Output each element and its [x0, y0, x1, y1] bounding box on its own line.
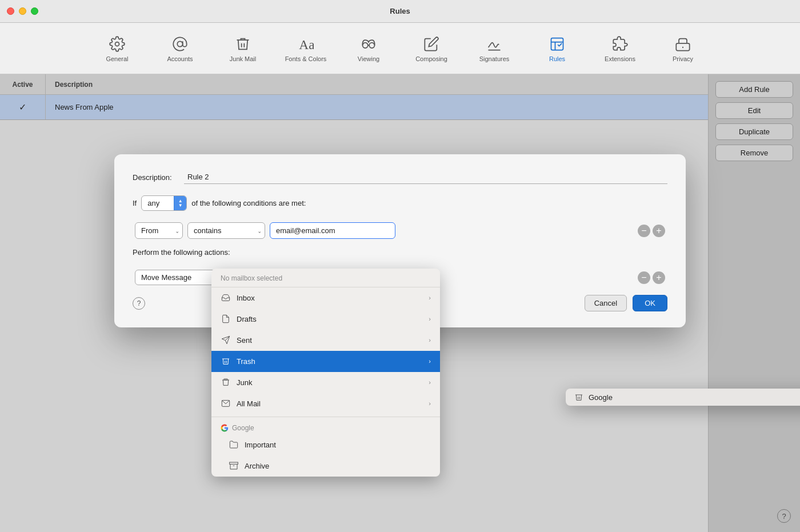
glasses-icon: [359, 35, 378, 53]
dropdown-item-sent[interactable]: Sent ›: [211, 330, 440, 351]
description-label: Description:: [133, 173, 184, 182]
condition-operator-select[interactable]: contains does not contain is equal to: [187, 222, 265, 239]
dropdown-item-drafts[interactable]: Drafts ›: [211, 309, 440, 330]
important-icon: [229, 439, 239, 450]
dropdown-item-important[interactable]: Important: [211, 434, 440, 455]
toolbar-item-accounts[interactable]: Accounts: [149, 26, 211, 71]
sent-label: Sent: [237, 336, 423, 345]
dropdown-item-inbox[interactable]: Inbox ›: [211, 287, 440, 309]
condition-field-select[interactable]: From To Subject: [135, 222, 183, 239]
drafts-label: Drafts: [237, 315, 423, 323]
add-condition-button[interactable]: +: [653, 225, 665, 237]
dropdown-separator: [211, 417, 440, 417]
close-button[interactable]: [7, 7, 14, 15]
google-section-label: Google: [211, 419, 440, 434]
actions-header-row: Perform the following actions:: [133, 248, 667, 263]
font-icon: Aa: [297, 35, 315, 53]
at-icon: [171, 35, 189, 53]
svg-text:Aa: Aa: [299, 37, 314, 52]
toolbar-label-fonts-colors: Fonts & Colors: [285, 55, 327, 62]
toolbar-item-rules[interactable]: Rules: [526, 26, 589, 71]
description-row: Description:: [133, 170, 667, 184]
window-title: Rules: [390, 7, 410, 15]
sent-icon: [221, 335, 231, 345]
dropdown-no-mailbox-header: No mailbox selected: [211, 269, 440, 287]
toolbar-item-privacy[interactable]: Privacy: [651, 26, 714, 71]
toolbar-item-fonts-colors[interactable]: Aa Fonts & Colors: [274, 26, 337, 71]
toolbar-label-rules: Rules: [549, 55, 565, 62]
signatures-icon: [485, 35, 503, 53]
trash-label: Trash: [237, 357, 423, 366]
remove-action-button[interactable]: −: [638, 271, 650, 284]
toolbar-label-accounts: Accounts: [167, 55, 193, 62]
condition-field-wrap[interactable]: From To Subject: [135, 222, 183, 239]
toolbar-label-composing: Composing: [415, 55, 447, 62]
google-submenu-label: Google: [589, 393, 613, 402]
svg-point-4: [363, 42, 368, 47]
condition-value-input[interactable]: [270, 222, 395, 239]
all-mail-arrow-icon: ›: [429, 400, 431, 407]
actions-label: Perform the following actions:: [133, 248, 230, 257]
svg-rect-11: [224, 379, 228, 380]
conditions-header-row: If any ▲ ▼ of the following conditions a…: [133, 195, 667, 211]
condition-suffix: of the following conditions are met:: [191, 199, 306, 207]
archive-icon: [229, 461, 239, 471]
toolbar-label-viewing: Viewing: [358, 55, 379, 62]
toolbar-label-privacy: Privacy: [673, 55, 693, 62]
all-mail-icon: [221, 398, 231, 409]
trash-arrow-icon: ›: [429, 358, 431, 365]
modal-overlay: Description: If any ▲ ▼ of the following…: [0, 74, 800, 532]
google-section-text: Google: [232, 424, 254, 432]
if-label: If: [133, 199, 137, 207]
footer-buttons: Cancel OK: [585, 295, 667, 311]
google-submenu-popup: Google: [566, 389, 800, 406]
condition-operator-wrap[interactable]: contains does not contain is equal to: [187, 222, 265, 239]
dropdown-item-trash[interactable]: Trash ›: [211, 351, 440, 372]
svg-point-0: [115, 42, 119, 46]
toolbar-item-viewing[interactable]: Viewing: [337, 26, 400, 71]
condition-line: From To Subject contains does not contai…: [133, 222, 667, 239]
action-type-value: Move Message: [141, 273, 191, 282]
dropdown-item-archive[interactable]: Archive: [211, 455, 440, 477]
toolbar-label-general: General: [106, 55, 128, 62]
toolbar-label-signatures: Signatures: [479, 55, 510, 62]
maximize-button[interactable]: [31, 7, 38, 15]
toolbar-item-signatures[interactable]: Signatures: [463, 26, 526, 71]
dropdown-item-all-mail[interactable]: All Mail ›: [211, 393, 440, 414]
toolbar-item-junk-mail[interactable]: Junk Mail: [211, 26, 274, 71]
all-mail-label: All Mail: [237, 399, 423, 408]
title-bar: Rules: [0, 0, 800, 23]
junk-arrow-icon: ›: [429, 379, 431, 386]
cancel-button[interactable]: Cancel: [585, 295, 627, 311]
mailbox-dropdown: No mailbox selected Inbox › Drafts ›: [211, 269, 440, 477]
minimize-button[interactable]: [19, 7, 26, 15]
toolbar: General Accounts Junk Mail Aa Fonts & Co…: [0, 23, 800, 74]
add-action-button[interactable]: +: [653, 271, 665, 284]
svg-point-1: [177, 41, 182, 46]
toolbar-item-general[interactable]: General: [86, 26, 149, 71]
description-input[interactable]: [184, 170, 667, 184]
privacy-icon: [674, 35, 692, 53]
trash-icon: [221, 356, 231, 366]
remove-condition-button[interactable]: −: [638, 225, 650, 237]
condition-any-value: any: [147, 199, 159, 207]
toolbar-item-extensions[interactable]: Extensions: [589, 26, 651, 71]
sent-arrow-icon: ›: [429, 337, 431, 343]
dropdown-item-junk[interactable]: Junk ›: [211, 372, 440, 393]
action-add-remove-btns: − +: [638, 271, 665, 284]
drafts-arrow-icon: ›: [429, 315, 431, 322]
gear-icon: [108, 35, 126, 53]
inbox-icon: [221, 293, 231, 303]
ok-button[interactable]: OK: [633, 295, 667, 311]
svg-point-5: [369, 42, 374, 47]
stepper-down-icon: ▼: [178, 203, 183, 208]
extensions-icon: [611, 35, 629, 53]
help-button[interactable]: ?: [133, 297, 145, 310]
toolbar-item-composing[interactable]: Composing: [400, 26, 463, 71]
junk-icon: [221, 377, 231, 387]
condition-any-select[interactable]: any ▲ ▼: [141, 195, 187, 211]
drafts-icon: [221, 314, 231, 324]
inbox-label: Inbox: [237, 294, 423, 302]
toolbar-label-junk-mail: Junk Mail: [230, 55, 256, 62]
archive-label: Archive: [245, 462, 431, 470]
